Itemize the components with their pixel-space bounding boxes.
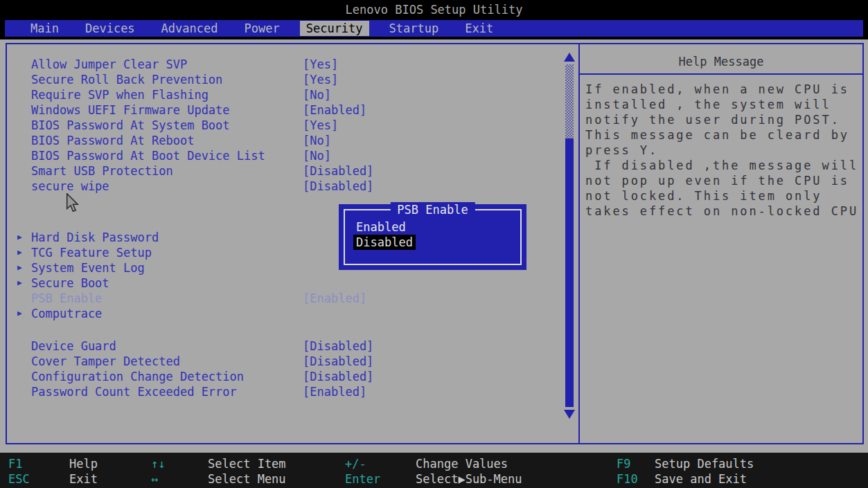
setting-value: [Disabled] <box>303 369 373 384</box>
setting-row-cover-tamper-detected[interactable]: Cover Tamper Detected[Disabled] <box>14 354 561 369</box>
setting-value: [Disabled] <box>303 179 373 194</box>
setting-label: Require SVP when Flashing <box>31 87 209 102</box>
setting-label: Smart USB Protection <box>31 163 173 179</box>
setting-value: [Enabled] <box>303 384 366 399</box>
scrollbar-thumb[interactable] <box>565 138 574 407</box>
help-line: notify the user during POST. <box>585 112 862 127</box>
footer-action-save-and-exit: Save and Exit <box>655 471 868 487</box>
popup-options: EnabledDisabled <box>353 219 520 250</box>
help-line: takes effect on non-locked CPU <box>585 204 862 219</box>
footer-action-select-menu: Select Menu <box>208 471 345 487</box>
setting-value: [No] <box>303 133 331 148</box>
scrollbar-track[interactable] <box>565 64 574 138</box>
setting-label: TCG Feature Setup <box>31 245 152 260</box>
setting-row-windows-uefi-firmware-update[interactable]: Windows UEFI Firmware Update[Enabled] <box>14 102 561 118</box>
help-line: press Y. <box>585 143 862 158</box>
footer-action-exit: Exit <box>69 471 151 487</box>
tab-security[interactable]: Security <box>300 21 369 36</box>
help-line: not pop up even if the CPU is <box>585 173 862 188</box>
footer-action-setup-defaults: Setup Defaults <box>655 456 868 471</box>
setting-value: [Yes] <box>303 72 338 87</box>
mouse-cursor <box>66 193 79 213</box>
popup-border: PSB Enable EnabledDisabled <box>344 209 522 265</box>
setting-label: Secure Boot <box>31 275 109 291</box>
footer-action-select-item: Select Item <box>208 456 345 471</box>
scroll-up-arrow-icon[interactable] <box>564 53 575 62</box>
tab-main[interactable]: Main <box>24 21 65 36</box>
setting-value: [Yes] <box>303 118 338 133</box>
setting-label: Device Guard <box>31 338 116 354</box>
setting-label: secure wipe <box>31 179 109 194</box>
setting-label: BIOS Password At Boot Device List <box>31 148 265 163</box>
setting-value: [Enabled] <box>303 102 366 118</box>
footer-key-f9: F9 <box>617 456 655 471</box>
scrollbar <box>564 53 575 422</box>
footer-key-up-down-arrows: ↑↓ <box>151 456 208 471</box>
tab-exit[interactable]: Exit <box>459 21 499 36</box>
help-line: not locked. This item only <box>585 188 862 204</box>
setting-row-smart-usb-protection[interactable]: Smart USB Protection[Disabled] <box>14 163 561 179</box>
help-line: This message can be cleard by <box>585 127 862 143</box>
help-title: Help Message <box>580 54 862 69</box>
setting-row-bios-password-at-boot-device-list[interactable]: BIOS Password At Boot Device List[No] <box>14 148 561 163</box>
menu-tabs: MainDevicesAdvancedPowerSecurityStartupE… <box>24 21 513 36</box>
help-panel: Help Message If enabled, when a new CPU … <box>580 44 862 443</box>
tab-power[interactable]: Power <box>238 21 286 36</box>
help-separator <box>580 73 862 75</box>
popup-option-disabled[interactable]: Disabled <box>353 235 416 250</box>
footer-key-enter: Enter <box>345 471 416 487</box>
menu-bar: MainDevicesAdvancedPowerSecurityStartupE… <box>5 20 863 37</box>
footer-action-help: Help <box>69 456 151 471</box>
help-line: installed , the system will <box>585 97 862 112</box>
bios-setup-screen: Lenovo BIOS Setup Utility MainDevicesAdv… <box>0 0 868 488</box>
popup-option-enabled[interactable]: Enabled <box>353 219 409 235</box>
setting-label: Allow Jumper Clear SVP <box>31 57 187 72</box>
submenu-arrow-icon: ▶ <box>17 245 22 260</box>
tab-devices[interactable]: Devices <box>79 21 141 36</box>
main-panel: Allow Jumper Clear SVP[Yes]Secure Roll B… <box>6 43 864 444</box>
psb-enable-popup: PSB Enable EnabledDisabled <box>339 204 526 270</box>
setting-row-secure-boot[interactable]: ▶Secure Boot <box>14 275 561 291</box>
submenu-arrow-icon: ▶ <box>17 275 22 291</box>
popup-title: PSB Enable <box>390 202 475 217</box>
setting-row-computrace[interactable]: ▶Computrace <box>14 306 561 321</box>
setting-value: [No] <box>303 87 331 102</box>
setting-label: Cover Tamper Detected <box>31 354 180 369</box>
submenu-arrow-icon: ▶ <box>17 230 22 245</box>
tab-advanced[interactable]: Advanced <box>155 21 224 36</box>
footer-action-change-values: Change Values <box>416 456 617 471</box>
setting-label: PSB Enable <box>31 291 102 306</box>
setting-row-password-count-exceeded-error[interactable]: Password Count Exceeded Error[Enabled] <box>14 384 561 399</box>
help-line: If disabled ,the message will <box>585 158 862 173</box>
setting-value: [Disabled] <box>303 338 373 354</box>
footer-key-f1: F1 <box>8 456 69 471</box>
setting-row-bios-password-at-system-boot[interactable]: BIOS Password At System Boot[Yes] <box>14 118 561 133</box>
setting-row-configuration-change-detection[interactable]: Configuration Change Detection[Disabled] <box>14 369 561 384</box>
setting-row-require-svp-when-flashing[interactable]: Require SVP when Flashing[No] <box>14 87 561 102</box>
setting-label: Hard Disk Password <box>31 230 159 245</box>
footer-key-f10: F10 <box>617 471 655 487</box>
setting-label: Windows UEFI Firmware Update <box>31 102 230 118</box>
setting-row-secure-roll-back-prevention[interactable]: Secure Roll Back Prevention[Yes] <box>14 72 561 87</box>
footer-row-2: ESCExit↔Select MenuEnterSelect▶Sub-MenuF… <box>0 471 868 487</box>
window-title: Lenovo BIOS Setup Utility <box>0 0 868 20</box>
setting-row-device-guard[interactable]: Device Guard[Disabled] <box>14 338 561 354</box>
scroll-down-arrow-icon[interactable] <box>564 410 575 419</box>
setting-row-bios-password-at-reboot[interactable]: BIOS Password At Reboot[No] <box>14 133 561 148</box>
setting-label: Secure Roll Back Prevention <box>31 72 222 87</box>
footer-row-1: F1Help↑↓Select Item+/-Change ValuesF9Set… <box>0 456 868 471</box>
setting-label: Computrace <box>31 306 102 321</box>
submenu-arrow-icon: ▶ <box>17 306 22 321</box>
setting-row-secure-wipe[interactable]: secure wipe[Disabled] <box>14 179 561 194</box>
setting-value: [Yes] <box>303 57 338 72</box>
setting-value: [Disabled] <box>303 354 373 369</box>
key-hint-bar: F1Help↑↓Select Item+/-Change ValuesF9Set… <box>0 453 868 488</box>
footer-key-left-right-arrows: ↔ <box>151 471 208 487</box>
setting-row-psb-enable[interactable]: PSB Enable[Enabled] <box>14 291 561 306</box>
tab-startup[interactable]: Startup <box>383 21 445 36</box>
setting-label: BIOS Password At Reboot <box>31 133 194 148</box>
footer-key-plus-minus: +/- <box>345 456 416 471</box>
setting-label: Password Count Exceeded Error <box>31 384 237 399</box>
setting-row-allow-jumper-clear-svp[interactable]: Allow Jumper Clear SVP[Yes] <box>14 57 561 72</box>
setting-value: [Enabled] <box>303 291 366 306</box>
